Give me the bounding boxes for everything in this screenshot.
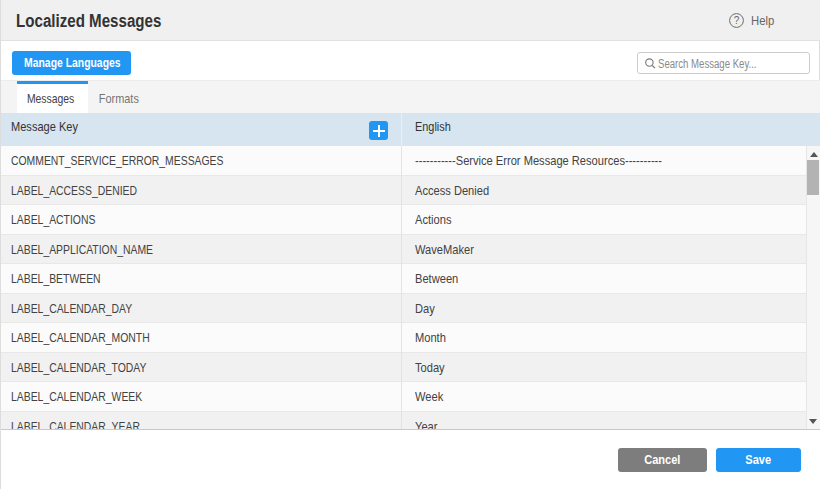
svg-text:?: ? bbox=[734, 15, 740, 26]
